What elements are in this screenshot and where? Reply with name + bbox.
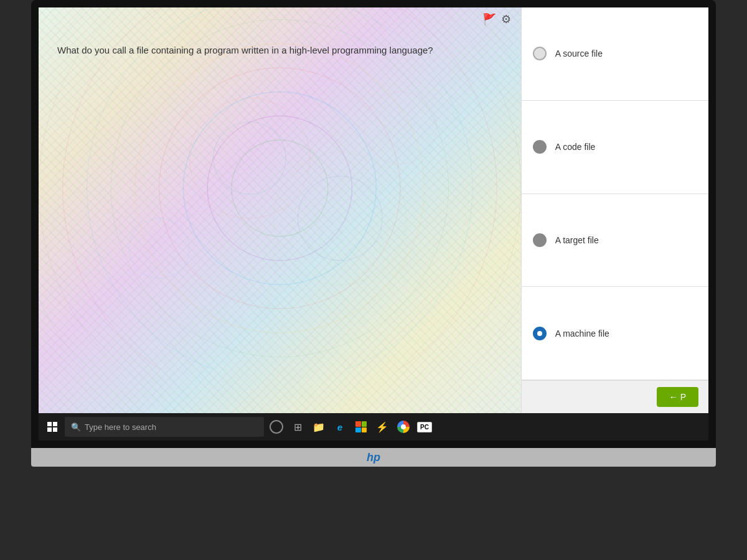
svg-point-5 — [111, 19, 448, 357]
chrome-button[interactable] — [395, 418, 412, 436]
svg-point-13 — [189, 98, 310, 218]
main-content: 🚩 ⚙ What do you call a file containing a… — [39, 7, 708, 413]
pc-manager-button[interactable]: PC — [416, 418, 433, 436]
svg-point-1 — [207, 116, 352, 260]
settings-icon[interactable]: ⚙ — [501, 12, 511, 26]
svg-point-16 — [129, 218, 189, 279]
answer-option-b[interactable]: A code file — [522, 101, 708, 194]
bolt-icon: ⚡ — [376, 421, 388, 433]
answer-label-c: A target file — [555, 235, 599, 245]
question-area: 🚩 ⚙ What do you call a file containing a… — [39, 7, 521, 413]
screen-bezel: 🚩 ⚙ What do you call a file containing a… — [31, 0, 716, 448]
svg-point-17 — [364, 92, 436, 164]
svg-point-14 — [298, 176, 382, 261]
radio-a — [533, 47, 547, 60]
radio-b — [533, 140, 547, 154]
windows-start-button[interactable] — [44, 418, 61, 436]
answer-option-a[interactable]: A source file — [522, 7, 708, 101]
svg-point-12 — [214, 122, 286, 194]
svg-point-4 — [135, 44, 425, 333]
prev-button[interactable]: ← P — [657, 387, 698, 407]
hp-logo: hp — [367, 451, 380, 464]
svg-point-2 — [183, 92, 376, 285]
laptop-hinge: hp — [31, 448, 716, 467]
bolt-app-button[interactable]: ⚡ — [374, 418, 391, 436]
windows-logo — [47, 422, 57, 432]
search-placeholder-text: Type here to search — [85, 422, 156, 432]
answer-option-c[interactable]: A target file — [522, 194, 708, 287]
question-top-bar: 🚩 ⚙ — [39, 7, 521, 31]
answer-label-d: A machine file — [555, 329, 609, 338]
taskbar: 🔍 Type here to search ⊞ 📁 e — [39, 413, 708, 441]
svg-point-0 — [232, 140, 328, 236]
search-bar[interactable]: 🔍 Type here to search — [65, 417, 264, 437]
svg-point-15 — [274, 152, 406, 284]
store-button[interactable] — [352, 418, 370, 436]
question-label: What do you call a file containing a pro… — [57, 45, 433, 55]
answers-panel: A source file A code file A target file … — [521, 7, 708, 413]
chrome-icon — [397, 421, 410, 433]
radio-d — [533, 327, 547, 340]
answer-label-a: A source file — [555, 49, 603, 58]
cortana-icon — [270, 420, 283, 434]
flag-icon[interactable]: 🚩 — [482, 12, 496, 26]
file-explorer-button[interactable]: 📁 — [310, 418, 327, 436]
radio-c — [533, 233, 547, 247]
taskview-symbol: ⊞ — [294, 421, 302, 433]
task-view-button[interactable] — [268, 418, 285, 436]
folder-icon: 📁 — [312, 421, 325, 433]
question-text: What do you call a file containing a pro… — [39, 31, 521, 70]
laptop-outer: 🚩 ⚙ What do you call a file containing a… — [0, 0, 747, 560]
answers-bottom: ← P — [522, 380, 708, 413]
svg-point-3 — [159, 68, 400, 309]
taskview-icon[interactable]: ⊞ — [289, 418, 306, 436]
answer-label-b: A code file — [555, 142, 596, 152]
search-icon: 🔍 — [71, 422, 81, 432]
screen: 🚩 ⚙ What do you call a file containing a… — [39, 7, 708, 441]
prev-button-label: ← P — [669, 392, 686, 402]
edge-icon: e — [337, 422, 342, 432]
pc-badge: PC — [417, 422, 432, 432]
edge-button[interactable]: e — [331, 418, 349, 436]
store-grid-icon — [355, 421, 367, 432]
answer-option-d[interactable]: A machine file — [522, 287, 708, 380]
